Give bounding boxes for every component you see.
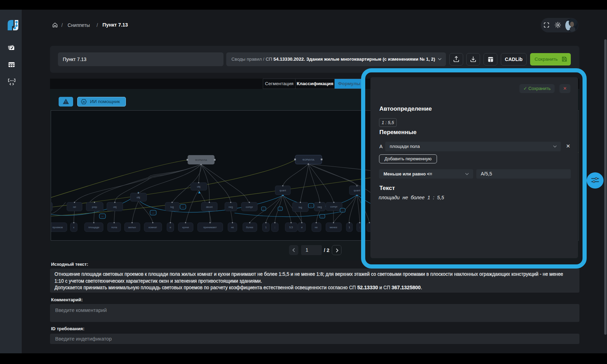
svg-text:проемов: проемов xyxy=(52,226,63,229)
svg-text:compr: compr xyxy=(246,205,253,209)
svg-text:...: ... xyxy=(263,208,265,210)
svg-text:neg: neg xyxy=(229,205,233,209)
svg-text:менее: менее xyxy=(330,226,337,229)
svg-text:obj: obj xyxy=(197,185,200,188)
svg-text:deont: deont xyxy=(206,205,213,209)
svg-text:...: ... xyxy=(152,211,155,214)
svg-text:более: более xyxy=(246,226,253,229)
svg-text:комнат: комнат xyxy=(149,226,157,229)
svg-text:не: не xyxy=(315,226,318,229)
svg-text::: : xyxy=(275,226,275,229)
svg-text:...: ... xyxy=(101,214,104,218)
svg-text:neg: neg xyxy=(318,205,322,209)
svg-text:obj: obj xyxy=(113,205,117,209)
svg-text:1: 1 xyxy=(349,226,350,229)
svg-text:AI: AI xyxy=(82,100,85,103)
svg-text:rel: rel xyxy=(73,205,76,209)
svg-text:5,5: 5,5 xyxy=(289,226,293,229)
svg-text:quant: quant xyxy=(280,189,287,192)
svg-text:...: ... xyxy=(182,205,184,208)
svg-text:принимают: принимают xyxy=(203,226,217,229)
svg-text:жилых: жилых xyxy=(128,226,136,229)
svg-text:и: и xyxy=(170,226,171,229)
svg-text:1: 1 xyxy=(265,226,267,229)
svg-text:...: ... xyxy=(279,208,281,210)
svg-text:quant: quant xyxy=(354,189,361,192)
svg-text:ФОРМУЛА: ФОРМУЛА xyxy=(195,159,207,161)
svg-text:...: ... xyxy=(310,204,312,207)
svg-text:obj: obj xyxy=(137,196,140,199)
svg-text:...: ... xyxy=(341,209,344,212)
svg-text:площади: площади xyxy=(88,226,99,229)
svg-text:пола: пола xyxy=(111,226,117,229)
svg-text:log: log xyxy=(170,205,174,209)
svg-text:ФОРМУЛА: ФОРМУЛА xyxy=(302,159,315,161)
svg-text:prep: prep xyxy=(92,205,97,209)
svg-text:не: не xyxy=(231,226,234,229)
svg-text:log: log xyxy=(299,206,302,209)
svg-text:кухни: кухни xyxy=(182,226,189,229)
svg-text:...: ... xyxy=(321,215,324,218)
svg-text:compr: compr xyxy=(330,205,338,208)
svg-text:и: и xyxy=(301,226,302,229)
svg-text::: : xyxy=(359,226,360,229)
